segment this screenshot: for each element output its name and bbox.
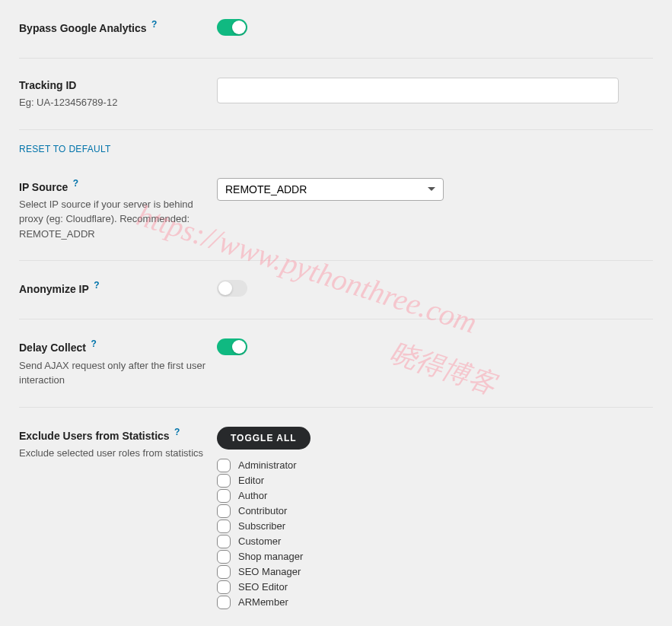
role-item: Editor (217, 474, 653, 488)
exclude-users-description: Exclude selected user roles from statist… (19, 446, 217, 461)
delay-collect-toggle[interactable] (217, 338, 247, 355)
role-item: Customer (217, 535, 653, 548)
anonymize-ip-row: Anonymize IP ? (19, 261, 653, 319)
role-item: ARMember (217, 596, 653, 609)
role-checkbox[interactable] (217, 504, 231, 518)
tracking-id-input[interactable] (217, 78, 619, 103)
anonymize-ip-label: Anonymize IP (19, 284, 89, 296)
role-label: Contributor (238, 505, 287, 516)
role-checkbox[interactable] (217, 520, 231, 533)
role-label: Subscriber (238, 520, 285, 532)
role-checkbox[interactable] (217, 489, 231, 503)
help-icon[interactable]: ? (91, 338, 96, 349)
role-item: Administrator (217, 459, 653, 472)
role-checkbox[interactable] (217, 474, 231, 488)
ip-source-select[interactable]: REMOTE_ADDR (217, 178, 444, 201)
role-item: SEO Manager (217, 565, 653, 579)
role-checkbox[interactable] (217, 535, 231, 548)
role-checkbox[interactable] (217, 459, 231, 472)
exclude-users-row: Exclude Users from Statistics ? Exclude … (19, 408, 653, 626)
bypass-google-analytics-row: Bypass Google Analytics ? (19, 0, 653, 59)
role-label: Editor (238, 475, 264, 486)
role-label: Customer (238, 535, 281, 547)
ip-source-description: Select IP source if your server is behin… (19, 197, 217, 242)
tracking-id-description: Eg: UA-123456789-12 (19, 95, 217, 110)
role-item: Subscriber (217, 520, 653, 533)
chevron-down-icon (428, 187, 435, 191)
role-checkbox[interactable] (217, 550, 231, 564)
delay-collect-description: Send AJAX request only after the first u… (19, 358, 217, 388)
exclude-users-label: Exclude Users from Statistics (19, 430, 170, 442)
delay-collect-label: Delay Collect (19, 342, 86, 354)
role-item: SEO Editor (217, 580, 653, 594)
help-icon[interactable]: ? (174, 427, 180, 437)
help-icon[interactable]: ? (94, 280, 99, 291)
role-label: Administrator (238, 459, 297, 471)
role-item: Author (217, 489, 653, 503)
bypass-toggle[interactable] (217, 19, 247, 36)
bypass-label: Bypass Google Analytics (19, 22, 147, 34)
role-item: Contributor (217, 504, 653, 518)
ip-source-value: REMOTE_ADDR (225, 183, 307, 195)
role-checkbox[interactable] (217, 596, 231, 609)
role-label: ARMember (238, 596, 288, 608)
tracking-id-label: Tracking ID (19, 78, 217, 94)
delay-collect-row: Delay Collect ? Send AJAX request only a… (19, 319, 653, 407)
reset-to-default-link[interactable]: RESET TO DEFAULT (19, 144, 111, 154)
role-label: Author (238, 490, 267, 501)
ip-source-label: IP Source (19, 181, 68, 193)
ip-source-row: IP Source ? Select IP source if your ser… (19, 159, 653, 262)
tracking-id-row: Tracking ID Eg: UA-123456789-12 (19, 59, 653, 130)
role-label: Shop manager (238, 551, 303, 562)
role-checkbox[interactable] (217, 580, 231, 594)
help-icon[interactable]: ? (73, 178, 78, 189)
role-checkbox[interactable] (217, 565, 231, 579)
toggle-all-button[interactable]: TOGGLE ALL (217, 427, 311, 450)
help-icon[interactable]: ? (151, 19, 157, 30)
role-label: SEO Manager (238, 566, 301, 577)
role-label: SEO Editor (238, 581, 288, 593)
role-item: Shop manager (217, 550, 653, 564)
anonymize-ip-toggle[interactable] (217, 280, 247, 297)
